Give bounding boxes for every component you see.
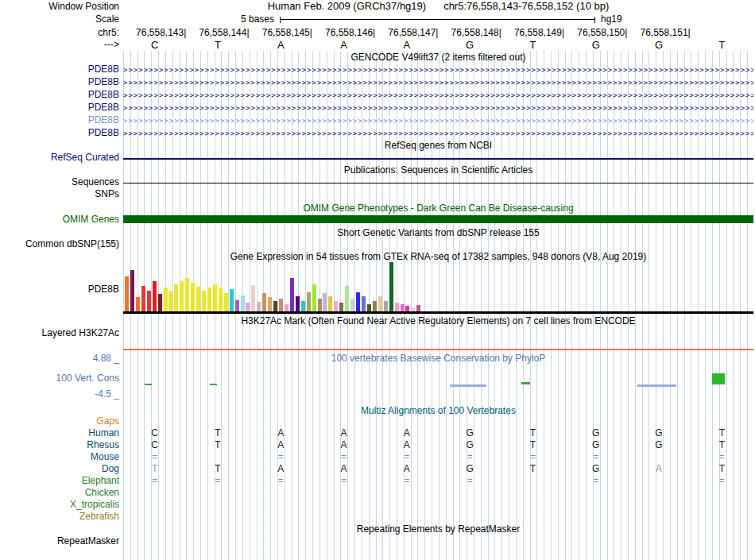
gtex-expression-bar[interactable] <box>202 291 206 311</box>
track-label-dbsnp[interactable]: Common dbSNP(155) <box>0 239 119 249</box>
gtex-expression-bar[interactable] <box>373 301 377 311</box>
gtex-expression-bar[interactable] <box>257 302 261 311</box>
species-label-chicken[interactable]: Chicken <box>0 488 119 498</box>
omim-gene-bar[interactable] <box>123 215 753 223</box>
gtex-expression-bar[interactable] <box>219 288 223 311</box>
gene-transcript-arrows[interactable]: >>>>>>>>>>>>>>>>>>>>>>>>>>>>>>>>>>>>>>>>… <box>123 116 753 126</box>
alignment-cell: A <box>375 464 438 474</box>
alignment-cell: T <box>501 428 564 438</box>
gene-transcript-arrows[interactable]: >>>>>>>>>>>>>>>>>>>>>>>>>>>>>>>>>>>>>>>>… <box>123 103 753 114</box>
gtex-expression-bar[interactable] <box>384 301 388 311</box>
gtex-expression-bar[interactable] <box>235 300 239 311</box>
track-label-snps[interactable]: SNPs <box>0 189 119 199</box>
gtex-expression-bar[interactable] <box>328 296 332 311</box>
gtex-expression-bar[interactable] <box>389 262 393 311</box>
gtex-expression-bar[interactable] <box>285 304 288 311</box>
position-title: Human Feb. 2009 (GRCh37/hg19)chr5:76,558… <box>123 1 753 11</box>
refseq-curated-item[interactable] <box>123 158 753 160</box>
gtex-expression-bar[interactable] <box>191 283 195 311</box>
track-label-gaps[interactable]: Gaps <box>0 416 119 427</box>
gtex-expression-bar[interactable] <box>350 299 354 311</box>
gtex-expression-bar[interactable] <box>301 301 305 311</box>
gtex-expression-bar[interactable] <box>356 292 360 311</box>
gtex-expression-bar[interactable] <box>395 303 399 311</box>
alignment-cell: T <box>691 464 753 474</box>
track-label-gencode-item[interactable]: PDE8B <box>0 90 119 100</box>
dbsnp-title: Short Genetic Variants from dbSNP releas… <box>123 228 753 238</box>
track-label-gencode-item[interactable]: PDE8B <box>0 64 119 75</box>
gtex-expression-bar[interactable] <box>405 306 409 311</box>
species-label-x_tropicalis[interactable]: X_tropicalis <box>0 500 119 510</box>
gene-transcript-arrows[interactable]: >>>>>>>>>>>>>>>>>>>>>>>>>>>>>>>>>>>>>>>>… <box>123 78 753 88</box>
gtex-expression-bar[interactable] <box>279 299 283 311</box>
gtex-expression-bar[interactable] <box>401 304 405 311</box>
gtex-expression-bar[interactable] <box>153 281 157 311</box>
gtex-expression-bar[interactable] <box>318 299 322 311</box>
alignment-cell: T <box>691 428 753 438</box>
track-label-gencode-item[interactable]: PDE8B <box>0 115 119 126</box>
gtex-expression-bar[interactable] <box>312 284 316 311</box>
gtex-expression-bar[interactable] <box>296 296 300 311</box>
track-label-omim-genes[interactable]: OMIM Genes <box>0 214 119 225</box>
gtex-expression-bar[interactable] <box>136 297 140 311</box>
gtex-expression-bar[interactable] <box>273 301 277 311</box>
track-label-conservation[interactable]: 100 Vert. Cons <box>0 373 119 384</box>
gtex-expression-bar[interactable] <box>268 297 272 311</box>
alignment-cell: A <box>250 464 312 474</box>
gtex-expression-bar[interactable] <box>125 276 129 311</box>
gtex-expression-bar[interactable] <box>307 292 311 311</box>
species-label-zebrafish[interactable]: Zebrafish <box>0 512 119 522</box>
alignment-cell: G <box>439 464 501 474</box>
track-label-gtex-gene[interactable]: PDE8B <box>0 284 119 295</box>
alignment-cell: T <box>186 428 249 438</box>
track-label-refseq-curated[interactable]: RefSeq Curated <box>0 153 119 163</box>
gtex-expression-bar[interactable] <box>230 289 234 311</box>
track-label-repeatmasker[interactable]: RepeatMasker <box>0 536 119 546</box>
alignment-cell: = <box>564 476 627 486</box>
gtex-expression-bar[interactable] <box>251 285 255 311</box>
base-letter: T <box>501 40 564 50</box>
gtex-expression-bar[interactable] <box>141 286 145 311</box>
genome-browser-image[interactable]: Window Position Human Feb. 2009 (GRCh37/… <box>0 0 755 560</box>
gtex-expression-bar[interactable] <box>168 291 172 311</box>
track-label-gencode-item[interactable]: PDE8B <box>0 128 119 138</box>
track-label-h3k27ac[interactable]: Layered H3K27Ac <box>0 328 119 338</box>
track-label-gencode-item[interactable]: PDE8B <box>0 102 119 113</box>
gtex-expression-bar[interactable] <box>378 296 382 311</box>
coordinate-label: 76,558,149| <box>501 28 564 38</box>
gtex-expression-bar[interactable] <box>196 287 200 311</box>
species-label-dog[interactable]: Dog <box>0 464 119 474</box>
gtex-expression-bar[interactable] <box>323 293 327 311</box>
gtex-expression-bar[interactable] <box>207 288 211 311</box>
gtex-expression-bar[interactable] <box>362 296 366 311</box>
gtex-expression-bar[interactable] <box>411 307 415 311</box>
gtex-expression-bar[interactable] <box>290 278 294 311</box>
track-label-gencode-item[interactable]: PDE8B <box>0 77 119 87</box>
species-label-rhesus[interactable]: Rhesus <box>0 440 119 450</box>
gtex-expression-bar[interactable] <box>334 301 338 311</box>
sequences-item[interactable] <box>123 183 753 183</box>
species-label-human[interactable]: Human <box>0 428 119 438</box>
gtex-expression-bar[interactable] <box>147 291 151 311</box>
gtex-expression-bar[interactable] <box>367 304 371 311</box>
gtex-expression-bar[interactable] <box>246 303 250 311</box>
gtex-expression-bar[interactable] <box>241 295 245 311</box>
gtex-expression-bar[interactable] <box>416 305 420 311</box>
gtex-expression-bar[interactable] <box>213 284 217 311</box>
gtex-expression-bar[interactable] <box>164 288 168 311</box>
gene-transcript-arrows[interactable]: >>>>>>>>>>>>>>>>>>>>>>>>>>>>>>>>>>>>>>>>… <box>123 129 753 139</box>
gtex-expression-bar[interactable] <box>174 284 178 311</box>
gtex-expression-bar[interactable] <box>130 270 134 311</box>
species-label-mouse[interactable]: Mouse <box>0 452 119 462</box>
gtex-expression-bar[interactable] <box>185 278 189 311</box>
gtex-expression-bar[interactable] <box>339 303 343 311</box>
species-label-elephant[interactable]: Elephant <box>0 476 119 486</box>
gene-transcript-arrows[interactable]: >>>>>>>>>>>>>>>>>>>>>>>>>>>>>>>>>>>>>>>>… <box>123 91 753 101</box>
gtex-expression-bar[interactable] <box>180 281 184 311</box>
gtex-expression-bar[interactable] <box>224 293 228 311</box>
gtex-expression-bar[interactable] <box>158 294 162 311</box>
track-label-sequences[interactable]: Sequences <box>0 177 119 187</box>
gtex-expression-bar[interactable] <box>262 293 266 311</box>
gene-transcript-arrows[interactable]: >>>>>>>>>>>>>>>>>>>>>>>>>>>>>>>>>>>>>>>>… <box>123 65 753 75</box>
gtex-expression-bar[interactable] <box>345 286 349 311</box>
